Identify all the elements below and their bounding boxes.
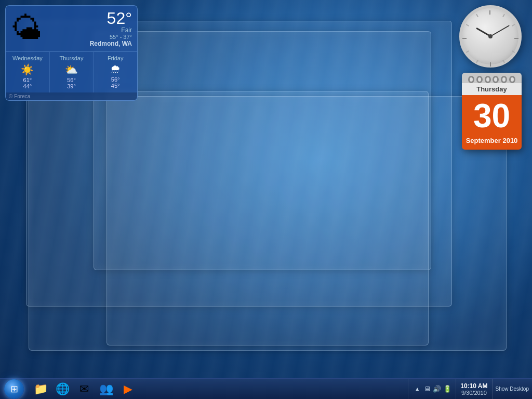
taskbar-icon-ie[interactable]: 🌐 xyxy=(52,380,73,398)
weather-location: Redmond, WA xyxy=(46,40,132,47)
forecast-day-1-temps: 61°44° xyxy=(8,77,47,89)
calendar-month-year: September 2010 xyxy=(462,135,522,150)
weather-temperature: 52° xyxy=(46,10,132,26)
taskbar-icon-contacts[interactable]: 👥 xyxy=(96,380,116,398)
weather-forecast: Wednesday ☀️ 61°44° Thursday ⛅ 56°39° Fr… xyxy=(6,51,137,92)
clock-minute-hand xyxy=(490,25,510,37)
taskbar-icon-explorer[interactable]: 📁 xyxy=(30,380,51,398)
clock-widget[interactable] xyxy=(459,5,522,68)
forecast-day-3: Friday 🌨 56°45° xyxy=(94,52,137,92)
tray-expand-arrow[interactable]: ▲ xyxy=(413,386,422,392)
clock-date: 9/30/2010 xyxy=(461,390,487,396)
weather-credit: © Foreca xyxy=(6,92,137,100)
clock-time: 10:10 AM xyxy=(460,382,487,390)
analog-clock xyxy=(459,5,522,68)
weather-info: 52° Fair 55° - 37° Redmond, WA xyxy=(46,10,132,47)
system-tray: ▲ 🖥 🔊 🔋 10:10 AM 9/30/2010 Show Desktop xyxy=(408,379,532,399)
forecast-day-3-name: Friday xyxy=(96,55,135,61)
calendar-day-name: Thursday xyxy=(462,83,522,95)
taskbar-icon-mediaplayer[interactable]: ▶ xyxy=(117,380,138,398)
weather-widget[interactable]: 🌤 52° Fair 55° - 37° Redmond, WA Wednesd… xyxy=(5,5,138,101)
forecast-day-2: Thursday ⛅ 56°39° xyxy=(50,52,94,92)
tray-volume-icon[interactable]: 🔊 xyxy=(433,385,441,393)
tray-icons: ▲ 🖥 🔊 🔋 xyxy=(408,379,456,399)
forecast-day-1-name: Wednesday xyxy=(8,55,47,61)
taskbar: 📁 🌐 ✉ 👥 ▶ ▲ 🖥 🔊 🔋 10:1 xyxy=(0,378,532,399)
show-desktop-button[interactable]: Show Desktop xyxy=(492,379,532,400)
calendar-day-number: 30 xyxy=(462,95,522,135)
weather-range: 55° - 37° xyxy=(46,34,132,40)
forecast-day-3-temps: 56°45° xyxy=(96,76,135,89)
tray-network-icon[interactable]: 🖥 xyxy=(424,385,431,393)
glass-panel-3 xyxy=(107,91,429,345)
clock-area[interactable]: 10:10 AM 9/30/2010 xyxy=(456,379,491,399)
clock-face xyxy=(462,8,518,64)
calendar-widget[interactable]: Thursday 30 September 2010 xyxy=(462,73,522,150)
tray-battery-icon[interactable]: 🔋 xyxy=(443,385,451,393)
weather-sun-icon: 🌤 xyxy=(11,13,42,44)
start-button[interactable] xyxy=(0,379,28,400)
forecast-day-2-name: Thursday xyxy=(52,55,91,61)
forecast-day-2-temps: 56°39° xyxy=(52,77,91,89)
taskbar-icons: 📁 🌐 ✉ 👥 ▶ xyxy=(28,379,140,399)
taskbar-icon-mail[interactable]: ✉ xyxy=(74,380,95,398)
desktop: 🌤 52° Fair 55° - 37° Redmond, WA Wednesd… xyxy=(0,0,532,399)
clock-center xyxy=(488,34,493,38)
forecast-day-1: Wednesday ☀️ 61°44° xyxy=(6,52,50,92)
forecast-day-1-icon: ☀️ xyxy=(8,63,47,76)
start-orb xyxy=(4,379,24,399)
forecast-day-3-icon: 🌨 xyxy=(96,63,135,75)
forecast-day-2-icon: ⛅ xyxy=(52,63,91,76)
weather-condition: Fair xyxy=(46,26,132,34)
